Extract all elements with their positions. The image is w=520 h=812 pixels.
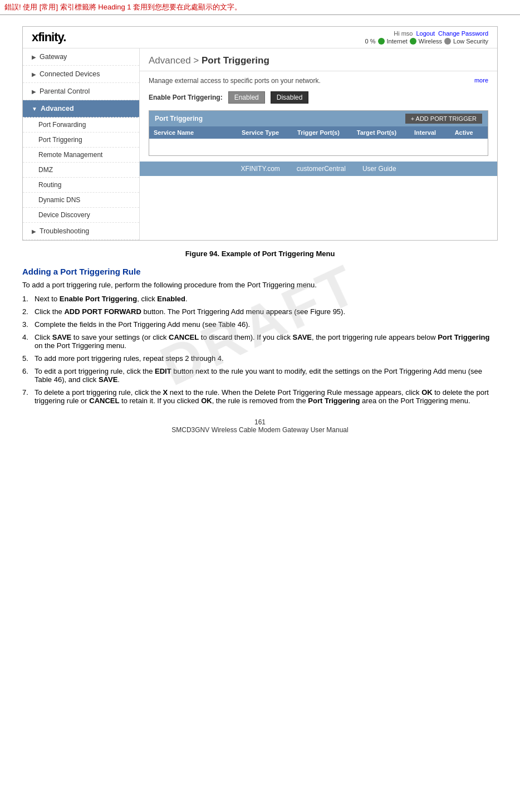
- sidebar-sub-dmz[interactable]: DMZ: [23, 163, 139, 178]
- page-title: Advanced > Port Triggering: [149, 55, 488, 66]
- content-area: Advanced > Port Triggering Manage extern…: [140, 48, 497, 240]
- error-header: 錯誤! 使用 [常用] 索引標籤將 Heading 1 套用到您想要在此處顯示的…: [0, 0, 520, 15]
- disabled-button[interactable]: Disabled: [271, 91, 309, 104]
- footer-customer-central-link[interactable]: customerCentral: [297, 165, 346, 173]
- page-number: 161: [22, 418, 498, 426]
- connected-devices-arrow-icon: ▶: [32, 71, 36, 77]
- step-num-5: 5.: [22, 354, 28, 363]
- port-triggering-table-section: Port Triggering + ADD PORT TRIGGER Servi…: [149, 110, 488, 156]
- doc-step-5: 5. To add more port triggering rules, re…: [22, 354, 498, 363]
- breadcrumb-advanced: Advanced >: [149, 55, 199, 66]
- sidebar-item-connected-devices[interactable]: ▶ Connected Devices: [23, 66, 139, 83]
- doc-step-1: 1. Next to Enable Port Triggering, click…: [22, 295, 498, 303]
- add-port-trigger-button[interactable]: + ADD PORT TRIGGER: [405, 114, 482, 124]
- doc-step-3: 3. Complete the fields in the Port Trigg…: [22, 320, 498, 329]
- table-title: Port Triggering: [155, 115, 203, 123]
- greeting-text: Hi mso: [394, 30, 413, 37]
- page-footer-text: SMCD3GNV Wireless Cable Modem Gateway Us…: [22, 426, 498, 434]
- status-bar: 0 % Internet Wireless Low Security: [365, 38, 488, 45]
- sidebar-sub-dynamic-dns[interactable]: Dynamic DNS: [23, 193, 139, 208]
- col-active: Active: [444, 129, 483, 136]
- sidebar-item-gateway[interactable]: ▶ Gateway: [23, 48, 139, 66]
- enabled-button[interactable]: Enabled: [228, 91, 265, 104]
- doc-step-7: 7. To delete a port triggering rule, cli…: [22, 388, 498, 405]
- sidebar-sub-device-discovery[interactable]: Device Discovery: [23, 208, 139, 223]
- col-service-name: Service Name: [154, 129, 231, 136]
- doc-steps-list: 1. Next to Enable Port Triggering, click…: [22, 295, 498, 405]
- table-header-bar: Port Triggering + ADD PORT TRIGGER: [149, 111, 488, 126]
- sidebar-label-advanced: Advanced: [41, 105, 74, 112]
- change-password-link[interactable]: Change Password: [438, 30, 488, 37]
- main-layout: ▶ Gateway ▶ Connected Devices ▶ Parental…: [23, 48, 497, 240]
- security-status-dot: [444, 38, 451, 45]
- description-text: Manage external access to specific ports…: [149, 77, 321, 85]
- content-inner: Manage external access to specific ports…: [140, 71, 497, 162]
- col-target-ports: Target Port(s): [347, 129, 405, 136]
- sidebar-label-connected-devices: Connected Devices: [40, 70, 100, 78]
- wireless-label: Wireless: [419, 38, 442, 45]
- footer-user-guide-link[interactable]: User Guide: [362, 165, 396, 173]
- screenshot-container: xfinity. Hi mso Logout Change Password 0…: [22, 26, 498, 241]
- sidebar-item-parental-control[interactable]: ▶ Parental Control: [23, 83, 139, 100]
- troubleshooting-arrow-icon: ▶: [32, 228, 36, 234]
- sidebar-sub-routing[interactable]: Routing: [23, 178, 139, 193]
- doc-step-6: 6. To edit a port triggering rule, click…: [22, 367, 498, 384]
- col-service-type: Service Type: [231, 129, 289, 136]
- percent-text: 0 %: [365, 38, 376, 45]
- enable-label: Enable Port Triggering:: [149, 94, 223, 101]
- sidebar-label-troubleshooting: Troubleshooting: [40, 227, 89, 235]
- footer-xfinity-link[interactable]: XFINITY.com: [241, 165, 279, 173]
- sidebar-item-troubleshooting[interactable]: ▶ Troubleshooting: [23, 223, 139, 240]
- internet-status-dot: [378, 38, 385, 45]
- footer-bar: XFINITY.com customerCentral User Guide: [140, 162, 497, 176]
- gateway-arrow-icon: ▶: [32, 54, 36, 60]
- internet-label: Internet: [387, 38, 408, 45]
- step-num-4: 4.: [22, 333, 28, 341]
- sidebar: ▶ Gateway ▶ Connected Devices ▶ Parental…: [23, 48, 140, 240]
- sidebar-sub-port-triggering[interactable]: Port Triggering: [23, 133, 139, 148]
- sidebar-label-gateway: Gateway: [40, 53, 67, 61]
- col-trigger-ports: Trigger Port(s): [290, 129, 347, 136]
- col-interval: Interval: [406, 129, 445, 136]
- page-title-bar: Advanced > Port Triggering: [140, 48, 497, 71]
- description-row: Manage external access to specific ports…: [149, 77, 488, 85]
- step-num-1: 1.: [22, 295, 28, 303]
- table-column-headers: Service Name Service Type Trigger Port(s…: [149, 126, 488, 139]
- sidebar-item-advanced[interactable]: ▼ Advanced: [23, 100, 139, 118]
- sidebar-label-parental-control: Parental Control: [40, 87, 90, 95]
- top-bar: xfinity. Hi mso Logout Change Password 0…: [23, 27, 497, 48]
- parental-control-arrow-icon: ▶: [32, 89, 36, 95]
- more-link[interactable]: more: [474, 77, 488, 84]
- step-num-3: 3.: [22, 320, 28, 329]
- logout-link[interactable]: Logout: [416, 30, 435, 37]
- figure-caption: Figure 94. Example of Port Triggering Me…: [22, 250, 498, 258]
- advanced-arrow-icon: ▼: [32, 106, 37, 112]
- doc-intro: To add a port triggering rule, perform t…: [22, 281, 498, 289]
- sidebar-sub-port-forwarding[interactable]: Port Forwarding: [23, 118, 139, 133]
- enable-row: Enable Port Triggering: Enabled Disabled: [149, 91, 488, 104]
- wireless-status-dot: [410, 38, 416, 45]
- doc-heading: Adding a Port Triggering Rule: [22, 267, 498, 276]
- step-num-7: 7.: [22, 388, 28, 397]
- table-empty-area: [149, 139, 488, 155]
- xfinity-logo: xfinity.: [32, 30, 66, 45]
- step-num-6: 6.: [22, 367, 28, 375]
- top-right-info: Hi mso Logout Change Password: [394, 30, 488, 37]
- page-footer: 161 SMCD3GNV Wireless Cable Modem Gatewa…: [22, 418, 498, 445]
- doc-step-2: 2. Click the ADD PORT FORWARD button. Th…: [22, 307, 498, 316]
- doc-section: Adding a Port Triggering Rule To add a p…: [22, 267, 498, 405]
- doc-step-4: 4. Click SAVE to save your settings (or …: [22, 333, 498, 350]
- sidebar-sub-remote-management[interactable]: Remote Management: [23, 148, 139, 163]
- security-label: Low Security: [453, 38, 488, 45]
- step-num-2: 2.: [22, 307, 28, 316]
